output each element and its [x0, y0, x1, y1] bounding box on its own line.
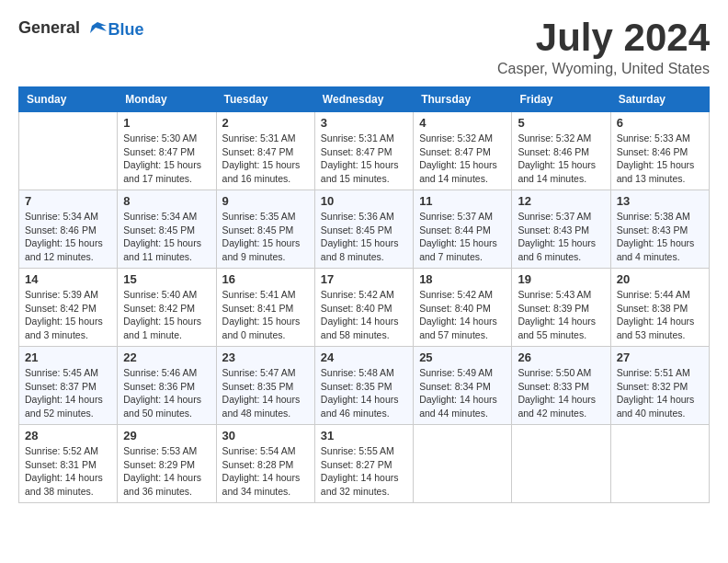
calendar-cell: 29Sunrise: 5:53 AMSunset: 8:29 PMDayligh… [118, 425, 216, 503]
day-info: Sunrise: 5:40 AMSunset: 8:42 PMDaylight:… [123, 288, 210, 342]
calendar-cell: 3Sunrise: 5:31 AMSunset: 8:47 PMDaylight… [314, 112, 413, 190]
day-number: 21 [25, 350, 111, 364]
day-info: Sunrise: 5:36 AMSunset: 8:45 PMDaylight:… [321, 210, 407, 264]
day-number: 10 [321, 194, 407, 208]
day-number: 31 [321, 429, 407, 442]
calendar-cell: 4Sunrise: 5:32 AMSunset: 8:47 PMDaylight… [414, 112, 512, 190]
day-info: Sunrise: 5:30 AMSunset: 8:47 PMDaylight:… [123, 132, 210, 186]
day-number: 23 [222, 350, 309, 364]
day-number: 20 [617, 272, 703, 286]
calendar-header-friday: Friday [512, 87, 610, 112]
day-number: 5 [518, 116, 604, 130]
calendar-header-tuesday: Tuesday [216, 87, 314, 112]
calendar-cell: 18Sunrise: 5:42 AMSunset: 8:40 PMDayligh… [414, 269, 512, 347]
calendar-cell: 25Sunrise: 5:49 AMSunset: 8:34 PMDayligh… [414, 347, 512, 425]
logo: General Blue [18, 18, 144, 40]
month-title: July 2024 [497, 18, 710, 57]
calendar-cell: 5Sunrise: 5:32 AMSunset: 8:46 PMDaylight… [512, 112, 610, 190]
calendar-cell: 15Sunrise: 5:40 AMSunset: 8:42 PMDayligh… [118, 269, 216, 347]
day-number: 18 [419, 272, 506, 286]
day-info: Sunrise: 5:46 AMSunset: 8:36 PMDaylight:… [123, 366, 210, 420]
calendar-cell: 6Sunrise: 5:33 AMSunset: 8:46 PMDaylight… [610, 112, 709, 190]
day-info: Sunrise: 5:31 AMSunset: 8:47 PMDaylight:… [222, 132, 309, 186]
day-info: Sunrise: 5:32 AMSunset: 8:46 PMDaylight:… [518, 132, 604, 186]
logo-general-text: General [18, 18, 80, 37]
day-info: Sunrise: 5:37 AMSunset: 8:44 PMDaylight:… [419, 210, 506, 264]
calendar-week-4: 21Sunrise: 5:45 AMSunset: 8:37 PMDayligh… [19, 347, 710, 425]
day-info: Sunrise: 5:34 AMSunset: 8:45 PMDaylight:… [123, 210, 210, 264]
calendar-header-row: SundayMondayTuesdayWednesdayThursdayFrid… [19, 87, 710, 112]
calendar-header-thursday: Thursday [414, 87, 512, 112]
day-info: Sunrise: 5:51 AMSunset: 8:32 PMDaylight:… [617, 366, 703, 420]
day-info: Sunrise: 5:39 AMSunset: 8:42 PMDaylight:… [25, 288, 111, 342]
calendar-header-saturday: Saturday [610, 87, 709, 112]
calendar-cell: 13Sunrise: 5:38 AMSunset: 8:43 PMDayligh… [610, 190, 709, 269]
calendar-body: 1Sunrise: 5:30 AMSunset: 8:47 PMDaylight… [19, 112, 710, 503]
day-number: 25 [419, 350, 506, 364]
calendar-cell: 1Sunrise: 5:30 AMSunset: 8:47 PMDaylight… [118, 112, 216, 190]
day-number: 1 [123, 116, 210, 130]
day-number: 17 [321, 272, 407, 286]
day-number: 7 [25, 194, 111, 208]
day-number: 4 [419, 116, 506, 130]
day-number: 6 [617, 116, 703, 130]
calendar-cell: 23Sunrise: 5:47 AMSunset: 8:35 PMDayligh… [216, 347, 314, 425]
day-info: Sunrise: 5:31 AMSunset: 8:47 PMDaylight:… [321, 132, 407, 186]
day-info: Sunrise: 5:52 AMSunset: 8:31 PMDaylight:… [25, 444, 111, 499]
calendar-cell [414, 425, 512, 503]
day-number: 12 [518, 194, 604, 208]
day-info: Sunrise: 5:32 AMSunset: 8:47 PMDaylight:… [419, 132, 506, 186]
day-info: Sunrise: 5:37 AMSunset: 8:43 PMDaylight:… [518, 210, 604, 264]
calendar-cell: 2Sunrise: 5:31 AMSunset: 8:47 PMDaylight… [216, 112, 314, 190]
calendar-week-1: 1Sunrise: 5:30 AMSunset: 8:47 PMDaylight… [19, 112, 710, 190]
calendar-table: SundayMondayTuesdayWednesdayThursdayFrid… [18, 86, 710, 503]
day-number: 26 [518, 350, 604, 364]
calendar-cell: 24Sunrise: 5:48 AMSunset: 8:35 PMDayligh… [314, 347, 413, 425]
day-info: Sunrise: 5:42 AMSunset: 8:40 PMDaylight:… [321, 288, 407, 342]
day-info: Sunrise: 5:54 AMSunset: 8:28 PMDaylight:… [222, 444, 309, 499]
svg-marker-0 [90, 22, 107, 33]
day-number: 24 [321, 350, 407, 364]
calendar-cell [610, 425, 709, 503]
day-number: 19 [518, 272, 604, 286]
day-info: Sunrise: 5:34 AMSunset: 8:46 PMDaylight:… [25, 210, 111, 264]
calendar-header-monday: Monday [118, 87, 216, 112]
day-info: Sunrise: 5:47 AMSunset: 8:35 PMDaylight:… [222, 366, 309, 420]
title-area: July 2024 Casper, Wyoming, United States [497, 18, 710, 77]
calendar-cell: 19Sunrise: 5:43 AMSunset: 8:39 PMDayligh… [512, 269, 610, 347]
day-info: Sunrise: 5:41 AMSunset: 8:41 PMDaylight:… [222, 288, 309, 342]
day-number: 14 [25, 272, 111, 286]
day-number: 16 [222, 272, 309, 286]
day-info: Sunrise: 5:35 AMSunset: 8:45 PMDaylight:… [222, 210, 309, 264]
day-info: Sunrise: 5:50 AMSunset: 8:33 PMDaylight:… [518, 366, 604, 420]
header: General Blue July 2024 Casper, Wyoming, … [18, 18, 710, 77]
day-number: 15 [123, 272, 210, 286]
day-info: Sunrise: 5:33 AMSunset: 8:46 PMDaylight:… [617, 132, 703, 186]
day-number: 28 [25, 429, 111, 442]
calendar-cell: 8Sunrise: 5:34 AMSunset: 8:45 PMDaylight… [118, 190, 216, 269]
calendar-cell [512, 425, 610, 503]
calendar-cell: 10Sunrise: 5:36 AMSunset: 8:45 PMDayligh… [314, 190, 413, 269]
calendar-cell: 7Sunrise: 5:34 AMSunset: 8:46 PMDaylight… [19, 190, 118, 269]
logo-bird-icon [86, 18, 108, 40]
calendar-cell [19, 112, 118, 190]
day-info: Sunrise: 5:55 AMSunset: 8:27 PMDaylight:… [321, 444, 407, 499]
day-number: 30 [222, 429, 309, 442]
day-number: 2 [222, 116, 309, 130]
day-info: Sunrise: 5:42 AMSunset: 8:40 PMDaylight:… [419, 288, 506, 342]
calendar-week-3: 14Sunrise: 5:39 AMSunset: 8:42 PMDayligh… [19, 269, 710, 347]
calendar-cell: 12Sunrise: 5:37 AMSunset: 8:43 PMDayligh… [512, 190, 610, 269]
calendar-cell: 16Sunrise: 5:41 AMSunset: 8:41 PMDayligh… [216, 269, 314, 347]
day-info: Sunrise: 5:49 AMSunset: 8:34 PMDaylight:… [419, 366, 506, 420]
day-number: 3 [321, 116, 407, 130]
calendar-cell: 22Sunrise: 5:46 AMSunset: 8:36 PMDayligh… [118, 347, 216, 425]
calendar-cell: 28Sunrise: 5:52 AMSunset: 8:31 PMDayligh… [19, 425, 118, 503]
day-info: Sunrise: 5:44 AMSunset: 8:38 PMDaylight:… [617, 288, 703, 342]
calendar-cell: 30Sunrise: 5:54 AMSunset: 8:28 PMDayligh… [216, 425, 314, 503]
logo-blue-text: Blue [108, 20, 144, 39]
day-number: 9 [222, 194, 309, 208]
calendar-cell: 31Sunrise: 5:55 AMSunset: 8:27 PMDayligh… [314, 425, 413, 503]
location-title: Casper, Wyoming, United States [497, 61, 710, 77]
day-number: 13 [617, 194, 703, 208]
day-info: Sunrise: 5:53 AMSunset: 8:29 PMDaylight:… [123, 444, 210, 499]
